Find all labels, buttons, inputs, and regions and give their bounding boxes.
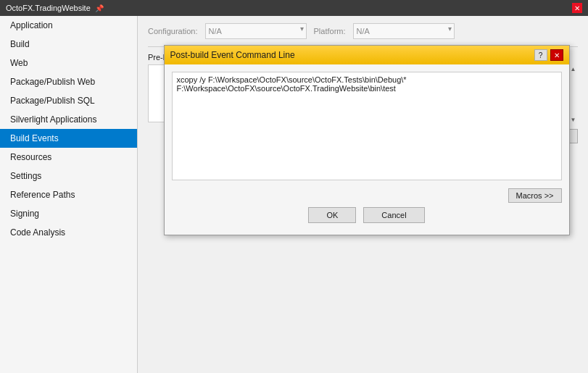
dialog-macros-row: Macros >> xyxy=(172,188,562,203)
dialog-command-textarea[interactable]: xcopy /y F:\Workspace\OctoFX\source\Octo… xyxy=(172,72,562,180)
platform-select[interactable]: N/A xyxy=(353,23,455,39)
configuration-label: Configuration: xyxy=(148,27,198,35)
macros-button[interactable]: Macros >> xyxy=(508,188,562,203)
sidebar-item-resources[interactable]: Resources xyxy=(0,148,137,167)
dialog-title: Post-build Event Command Line xyxy=(170,50,295,60)
platform-select-wrapper: N/A xyxy=(353,23,455,39)
sidebar-item-silverlight-applications[interactable]: Silverlight Applications xyxy=(0,110,137,129)
dialog-overlay: Post-build Event Command Line ? ✕ xcopy … xyxy=(145,38,588,373)
sidebar: ApplicationBuildWebPackage/Publish WebPa… xyxy=(0,16,138,373)
sidebar-item-package-publish-sql[interactable]: Package/Publish SQL xyxy=(0,91,137,110)
post-build-dialog: Post-build Event Command Line ? ✕ xcopy … xyxy=(164,45,570,235)
sidebar-item-settings[interactable]: Settings xyxy=(0,167,137,185)
dialog-ok-cancel-row: OK Cancel xyxy=(172,207,562,227)
sidebar-item-web[interactable]: Web xyxy=(0,54,137,72)
sidebar-item-code-analysis[interactable]: Code Analysis xyxy=(0,223,137,242)
cancel-button[interactable]: Cancel xyxy=(363,207,424,223)
pin-icon: 📌 xyxy=(95,4,104,12)
dialog-body: xcopy /y F:\Workspace\OctoFX\source\Octo… xyxy=(165,64,569,235)
main-content: ApplicationBuildWebPackage/Publish WebPa… xyxy=(0,16,588,373)
dialog-help-button[interactable]: ? xyxy=(534,49,547,61)
window-title: OctoFX.TradingWebsite xyxy=(6,4,91,12)
close-button[interactable]: ✕ xyxy=(572,3,582,13)
platform-label: Platform: xyxy=(314,27,346,35)
configuration-select[interactable]: N/A xyxy=(205,23,307,39)
sidebar-item-build[interactable]: Build xyxy=(0,35,137,54)
title-bar: OctoFX.TradingWebsite 📌 ✕ xyxy=(0,0,588,16)
ok-button[interactable]: OK xyxy=(308,207,356,223)
title-bar-controls: ✕ xyxy=(572,3,582,13)
config-row: Configuration: N/A Platform: N/A xyxy=(148,23,578,39)
configuration-select-wrapper: N/A xyxy=(205,23,307,39)
sidebar-item-package-publish-web[interactable]: Package/Publish Web xyxy=(0,72,137,91)
sidebar-item-application[interactable]: Application xyxy=(0,16,137,35)
dialog-close-button[interactable]: ✕ xyxy=(550,49,563,61)
sidebar-item-build-events[interactable]: Build Events xyxy=(0,129,137,148)
sidebar-item-reference-paths[interactable]: Reference Paths xyxy=(0,185,137,204)
dialog-title-controls: ? ✕ xyxy=(534,49,563,61)
title-bar-left: OctoFX.TradingWebsite 📌 xyxy=(6,4,104,12)
sidebar-item-signing[interactable]: Signing xyxy=(0,204,137,223)
dialog-titlebar: Post-build Event Command Line ? ✕ xyxy=(165,46,569,64)
main-window: OctoFX.TradingWebsite 📌 ✕ ApplicationBui… xyxy=(0,0,588,373)
content-area: Configuration: N/A Platform: N/A Pre-bui… xyxy=(138,16,588,373)
